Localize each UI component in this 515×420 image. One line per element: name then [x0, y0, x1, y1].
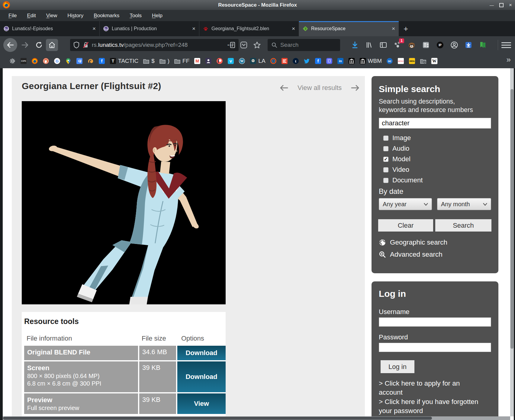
bookmark-maps[interactable]	[65, 58, 72, 64]
tab-close-icon[interactable]: ×	[292, 25, 295, 32]
download-arrow-icon[interactable]	[350, 40, 359, 50]
pocket-icon[interactable]	[239, 40, 248, 50]
bookmark-duck[interactable]	[43, 58, 49, 64]
unchecked-checkbox[interactable]	[383, 136, 388, 141]
month-select[interactable]: Any month	[437, 198, 491, 210]
type-filter-model[interactable]: ✓Model	[383, 155, 423, 163]
new-tab-button[interactable]: +	[399, 21, 413, 36]
bookmark-gmail[interactable]: M	[194, 58, 201, 64]
bookmark-gear[interactable]	[9, 58, 16, 64]
bookmark-keyperson[interactable]	[205, 58, 212, 64]
geographic-search-link[interactable]: Geographic search	[379, 239, 447, 246]
bookmark-tactic-tactic[interactable]: TTACTIC	[110, 58, 138, 64]
share-icon[interactable]: 1	[393, 40, 402, 50]
type-filter-audio[interactable]: Audio	[383, 145, 423, 152]
horizontal-scrollbar-thumb[interactable]	[3, 417, 432, 420]
bookmark-patreon[interactable]	[216, 58, 223, 64]
bookmark-twitter[interactable]	[304, 58, 310, 64]
view-button[interactable]: View	[177, 393, 226, 414]
url-text[interactable]: rs.lunatics.tv/pages/view.php?ref=248	[92, 42, 227, 48]
account-icon[interactable]	[450, 40, 459, 50]
bookmark-discord[interactable]	[326, 58, 333, 64]
login-button[interactable]: Log in	[381, 360, 414, 373]
bookmark-imdb[interactable]: IMDb	[409, 58, 415, 64]
green-bookmarks-icon[interactable]	[478, 40, 487, 50]
bookmark-gnews[interactable]: G	[76, 58, 83, 64]
menu-help[interactable]: Help	[148, 11, 167, 20]
bookmark-netflix[interactable]: NETFLIX	[398, 58, 404, 64]
bookmark-facebook[interactable]: f	[98, 58, 105, 64]
home-button[interactable]	[46, 39, 58, 51]
bookmark-ebrite[interactable]	[281, 58, 288, 64]
resource-preview-image[interactable]	[22, 101, 226, 304]
username-field[interactable]	[379, 317, 491, 327]
search-button[interactable]: Search	[435, 219, 491, 232]
tab-lunatics-production[interactable]: Lunatics | Production×	[100, 21, 199, 36]
tab-georgiana-flightsuit2-blen[interactable]: Georgiana_Flightsuit2.blen×	[199, 21, 299, 36]
type-filter-video[interactable]: Video	[383, 166, 423, 174]
checked-checkbox[interactable]: ✓	[383, 157, 388, 162]
close-button[interactable]: ×	[509, 2, 512, 8]
bookmark-folder-[interactable]: )	[159, 58, 169, 64]
bookmark-facebook[interactable]: f	[315, 58, 321, 64]
bookmark-ring[interactable]	[270, 58, 277, 64]
prev-result-icon[interactable]	[279, 84, 288, 91]
type-filter-image[interactable]: Image	[383, 134, 423, 142]
app-menu-icon[interactable]	[501, 40, 511, 50]
year-select[interactable]: Any year	[379, 198, 432, 210]
menu-view[interactable]: View	[42, 11, 62, 20]
password-field[interactable]	[379, 343, 491, 352]
bookmark-owl-la[interactable]: LA	[250, 58, 265, 64]
next-result-icon[interactable]	[351, 84, 360, 91]
bookmark-cups[interactable]: CUPS	[20, 58, 27, 64]
download-button[interactable]: Download	[177, 361, 226, 392]
clear-button[interactable]: Clear	[378, 219, 433, 232]
sidebar-icon[interactable]	[379, 40, 388, 50]
bookmark-wordpress[interactable]: W	[239, 58, 245, 64]
menu-history[interactable]: History	[63, 11, 88, 20]
library-icon[interactable]	[365, 40, 374, 50]
blue-download-icon[interactable]	[464, 40, 473, 50]
bookmark-vimeo[interactable]: v	[227, 58, 234, 64]
minimize-button[interactable]: —	[490, 3, 494, 8]
type-filter-document[interactable]: Document	[383, 176, 423, 184]
tab-close-icon[interactable]: ×	[392, 25, 395, 32]
bookmark-tumblr[interactable]: t	[292, 58, 299, 64]
tab-lunatics-episodes[interactable]: Lunatics!-Episodes×	[0, 21, 100, 36]
menu-file[interactable]: File	[4, 11, 21, 20]
apply-account-link[interactable]: > Click here to apply for an account	[379, 379, 481, 397]
vertical-scrollbar-thumb[interactable]	[510, 89, 513, 349]
menu-bookmarks[interactable]: Bookmarks	[89, 11, 124, 20]
ip-icon[interactable]: IP	[436, 40, 445, 50]
bookmark-folder-[interactable]: $	[143, 58, 155, 64]
view-all-results-link[interactable]: View all results	[298, 84, 342, 92]
advanced-search-link[interactable]: Advanced search	[379, 251, 443, 258]
forward-button[interactable]	[20, 40, 30, 50]
menu-edit[interactable]: Edit	[23, 11, 40, 20]
tab-resourcespace[interactable]: ResourceSpace×	[299, 21, 399, 36]
list-icon[interactable]	[421, 40, 430, 50]
bookmark-bank[interactable]	[348, 58, 355, 64]
simple-search-query-input[interactable]: character	[379, 118, 491, 129]
bookmark-foldergear[interactable]	[420, 58, 426, 64]
unchecked-checkbox[interactable]	[383, 167, 388, 172]
forgot-password-link[interactable]: > Click here if you have forgotten your …	[379, 397, 481, 415]
bookmark-folder-ff[interactable]: FF	[174, 58, 189, 64]
tab-close-icon[interactable]: ×	[192, 25, 195, 32]
bookmark-oc[interactable]: oc	[386, 58, 393, 64]
tracking-shield-icon[interactable]	[73, 41, 80, 49]
maximize-button[interactable]	[499, 3, 504, 7]
bookmark-google[interactable]: G	[54, 58, 60, 64]
back-button[interactable]	[3, 38, 17, 52]
unchecked-checkbox[interactable]	[383, 146, 388, 151]
bookmark-swirl[interactable]	[87, 58, 94, 64]
tab-close-icon[interactable]: ×	[92, 25, 96, 32]
bookmarks-overflow-icon[interactable]: »	[507, 55, 511, 64]
titlebar[interactable]: ResourceSpace - Mozilla Firefox — ×	[0, 0, 515, 10]
raccoon-icon[interactable]	[407, 40, 416, 50]
bookmark-bank-wbm[interactable]: WBM	[359, 58, 382, 64]
bookmark-linkedin[interactable]: in	[337, 58, 344, 64]
reload-button[interactable]	[34, 40, 44, 50]
search-input[interactable]: Search	[268, 39, 340, 51]
bookmark-star-icon[interactable]	[253, 40, 262, 50]
